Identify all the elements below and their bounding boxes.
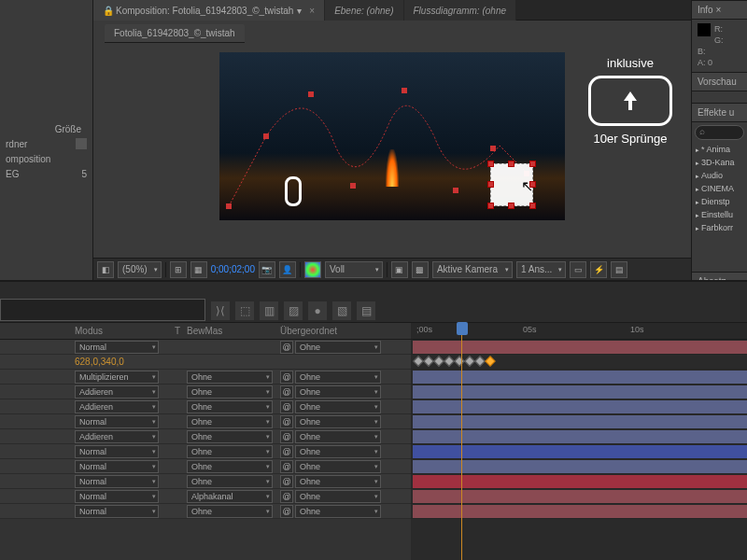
blend-mode-dropdown[interactable]: Multiplizieren (75, 371, 159, 384)
trkmat-dropdown[interactable]: Ohne (187, 400, 273, 413)
col-trkmat[interactable]: BewMas (187, 326, 280, 336)
layer-duration-bar[interactable] (413, 475, 747, 488)
panel-info-header[interactable]: Info × (692, 0, 747, 20)
pickwhip-icon[interactable]: @ (280, 415, 293, 428)
pickwhip-icon[interactable]: @ (280, 505, 293, 518)
effect-category[interactable]: Farbkorr (692, 221, 747, 234)
parent-dropdown[interactable]: Ohne (295, 341, 381, 354)
keyframe[interactable] (454, 356, 464, 366)
resolution-dropdown[interactable]: Voll (325, 261, 383, 278)
show-snapshot-icon[interactable]: 👤 (279, 261, 296, 278)
views-dropdown[interactable]: 1 Ans... (516, 261, 566, 278)
keyframe[interactable] (433, 356, 444, 366)
trkmat-dropdown[interactable]: Ohne (187, 385, 273, 399)
layer-duration-bar[interactable] (413, 505, 747, 518)
layer-row[interactable]: NormalOhne@Ohne (0, 414, 411, 429)
layer-row[interactable]: Normal@Ohne (0, 340, 411, 355)
parent-dropdown[interactable]: Ohne (295, 430, 381, 443)
tab-layer[interactable]: Ebene: (ohne) (325, 0, 403, 21)
parent-dropdown[interactable]: Ohne (295, 475, 381, 488)
layer-duration-bar[interactable] (413, 460, 747, 473)
parent-dropdown[interactable]: Ohne (295, 400, 381, 413)
layer-duration-bar[interactable] (413, 430, 747, 443)
blend-mode-dropdown[interactable]: Addieren (75, 385, 159, 399)
trkmat-dropdown[interactable]: Ohne (187, 415, 273, 428)
effect-category[interactable]: Einstellu (692, 208, 747, 221)
blend-mode-dropdown[interactable]: Normal (75, 490, 159, 503)
layer-duration-bar[interactable] (413, 385, 747, 399)
keyframe[interactable] (464, 356, 474, 366)
close-icon[interactable]: × (309, 6, 315, 16)
selected-shape[interactable]: ↖ (490, 163, 533, 206)
layer-duration-bar[interactable] (413, 400, 747, 413)
layer-row[interactable]: NormalOhne@Ohne (0, 444, 411, 459)
blend-mode-dropdown[interactable]: Normal (75, 475, 159, 488)
layer-duration-bar[interactable] (413, 415, 747, 428)
shy-icon[interactable]: ⟩⟨ (211, 301, 230, 320)
keyframe[interactable] (413, 356, 423, 366)
playhead[interactable] (461, 323, 462, 560)
effect-category[interactable]: CINEMA (692, 182, 747, 195)
parent-dropdown[interactable]: Ohne (295, 505, 381, 518)
effect-category[interactable]: Audio (692, 169, 747, 182)
trkmat-dropdown[interactable]: Ohne (187, 430, 273, 443)
tab-flowchart[interactable]: Flussdiagramm: (ohne (404, 0, 516, 21)
parent-dropdown[interactable]: Ohne (295, 460, 381, 473)
pickwhip-icon[interactable]: @ (280, 475, 293, 488)
layer-row[interactable]: MultiplizierenOhne@Ohne (0, 370, 411, 385)
motion-blur-icon[interactable]: ▨ (284, 301, 303, 320)
tab-composition[interactable]: 🔒 Komposition: Fotolia_61942803_©_twista… (93, 0, 325, 21)
blend-mode-dropdown[interactable]: Normal (75, 505, 159, 518)
fast-preview-icon[interactable]: ⚡ (590, 261, 607, 278)
playhead-handle[interactable] (457, 322, 468, 335)
blend-mode-dropdown[interactable]: Normal (75, 460, 159, 473)
layer-row[interactable]: AddierenOhne@Ohne (0, 399, 411, 414)
effect-category[interactable]: Dienstp (692, 195, 747, 208)
pickwhip-icon[interactable]: @ (280, 341, 293, 354)
blend-mode-dropdown[interactable]: Normal (75, 341, 159, 354)
timeline-search-input[interactable] (0, 299, 205, 321)
layer-row[interactable]: NormalAlphakanal@Ohne (0, 489, 411, 504)
col-mode[interactable]: Modus (75, 326, 168, 336)
project-item[interactable]: omposition (0, 151, 92, 166)
layer-row[interactable]: 628,0,340,0 (0, 355, 411, 370)
pickwhip-icon[interactable]: @ (280, 445, 293, 458)
trkmat-dropdown[interactable]: Ohne (187, 475, 273, 488)
graph-editor-icon[interactable]: ▧ (332, 301, 351, 320)
pickwhip-icon[interactable]: @ (280, 460, 293, 473)
pickwhip-icon[interactable]: @ (280, 371, 293, 384)
layer-row[interactable]: NormalOhne@Ohne (0, 504, 411, 519)
trkmat-dropdown[interactable]: Ohne (187, 371, 273, 384)
trkmat-dropdown[interactable]: Ohne (187, 460, 273, 473)
safe-zones-icon[interactable]: ▦ (190, 261, 207, 278)
shape-1[interactable] (285, 176, 302, 206)
camera-dropdown[interactable]: Aktive Kamera (432, 261, 513, 278)
keyframe[interactable] (474, 356, 485, 366)
layer-row[interactable]: NormalOhne@Ohne (0, 474, 411, 489)
effect-category[interactable]: 3D-Kana (692, 156, 747, 169)
keyframe[interactable] (444, 356, 454, 366)
keyframe[interactable] (485, 356, 495, 366)
draft-3d-icon[interactable]: ⬚ (235, 301, 254, 320)
effect-category[interactable]: * Anima (692, 143, 747, 156)
zoom-dropdown[interactable]: (50%) (118, 261, 162, 278)
panel-effects-header[interactable]: Effekte u (692, 103, 747, 122)
layer-duration-bar[interactable] (413, 490, 747, 503)
switches-icon[interactable]: ▤ (357, 301, 375, 320)
brain-icon[interactable]: ● (308, 301, 327, 320)
layer-row[interactable]: AddierenOhne@Ohne (0, 385, 411, 399)
layer-duration-bar[interactable] (413, 371, 747, 384)
parent-dropdown[interactable]: Ohne (295, 490, 381, 503)
col-parent[interactable]: Übergeordnet (280, 326, 392, 336)
panel-preview-header[interactable]: Vorschau (692, 72, 747, 91)
layer-row[interactable]: NormalOhne@Ohne (0, 459, 411, 474)
project-item[interactable]: rdner (0, 136, 92, 151)
effects-search-input[interactable] (695, 125, 744, 140)
pickwhip-icon[interactable]: @ (280, 490, 293, 503)
timeline-tracks[interactable]: ;00s 05s 10s (411, 323, 747, 560)
pickwhip-icon[interactable]: @ (280, 430, 293, 443)
blend-mode-dropdown[interactable]: Normal (75, 415, 159, 428)
project-item[interactable]: EG5 (0, 166, 92, 181)
layer-row[interactable]: AddierenOhne@Ohne (0, 429, 411, 444)
composition-breadcrumb[interactable]: Fotolia_61942803_©_twistah (105, 24, 245, 43)
